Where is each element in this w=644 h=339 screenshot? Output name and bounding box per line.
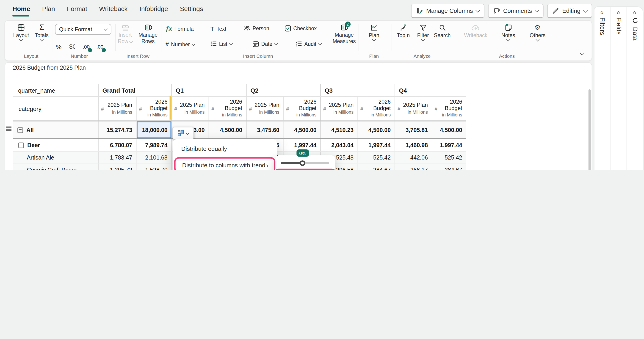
category-field-label[interactable]: category bbox=[12, 97, 98, 120]
totals-button[interactable]: Σ Totals bbox=[29, 24, 54, 41]
value-cell[interactable]: 384.67 bbox=[432, 164, 466, 170]
quarter-header-grand-total[interactable]: Grand Total bbox=[98, 84, 171, 96]
measure-header[interactable]: #2025 Planin Millions bbox=[320, 97, 357, 120]
value-cell[interactable]: 1,783.47 bbox=[98, 152, 136, 164]
measure-header[interactable]: #2025 Planin Millions bbox=[98, 97, 136, 120]
value-cell[interactable]: 1,997.44 bbox=[357, 139, 394, 151]
value-cell[interactable]: 442.06 bbox=[394, 152, 432, 164]
collapse-panel-icon[interactable]: « bbox=[632, 11, 638, 14]
quarter-field-label[interactable]: quarter_name bbox=[12, 84, 98, 96]
menu-tab-infobridge[interactable]: Infobridge bbox=[140, 5, 168, 12]
value-cell[interactable]: 4,500.00 bbox=[432, 122, 466, 138]
measure-header[interactable]: #2025 Planin Millions bbox=[171, 97, 208, 120]
manage-rows-button[interactable]: Manage Rows bbox=[136, 24, 160, 44]
comments-button[interactable]: Comments bbox=[488, 4, 544, 18]
chevron-down-icon bbox=[421, 37, 425, 41]
measure-header[interactable]: #2025 Planin Millions bbox=[394, 97, 432, 120]
value-cell[interactable]: 4,510.23 bbox=[320, 122, 357, 138]
insert-number-column-button[interactable]: # Number bbox=[166, 41, 195, 48]
trend-slider-thumb[interactable] bbox=[300, 160, 305, 166]
side-panel-fields[interactable]: «Fields bbox=[610, 7, 626, 170]
value-cell[interactable]: 2,043.04 bbox=[320, 139, 357, 151]
value-cell[interactable]: 2,101.68 bbox=[136, 152, 171, 164]
value-cell[interactable]: 1,997.44 bbox=[432, 139, 466, 151]
menu-tab-settings[interactable]: Settings bbox=[180, 5, 203, 12]
value-cell[interactable]: 15,274.73 bbox=[98, 122, 136, 138]
menu-tab-home[interactable]: Home bbox=[12, 5, 30, 12]
measure-header[interactable]: #2026 Budgetin Millions bbox=[208, 97, 246, 120]
menu-tab-writeback[interactable]: Writeback bbox=[99, 5, 128, 12]
editing-mode-button[interactable]: Editing bbox=[547, 4, 592, 18]
insert-person-column-button[interactable]: Person bbox=[243, 25, 269, 31]
menu-item-distribute-equally[interactable]: Distribute equally bbox=[173, 141, 277, 157]
value-cell[interactable]: 525.42 bbox=[432, 152, 466, 164]
trend-slider[interactable] bbox=[280, 162, 329, 164]
value-cell[interactable]: 525.42 bbox=[357, 152, 394, 164]
measure-header[interactable]: #2026 Budgetin Millions bbox=[283, 97, 320, 120]
quick-format-select[interactable]: Quick Format bbox=[55, 24, 112, 35]
value-cell[interactable]: 384.67 bbox=[357, 164, 394, 170]
insert-formula-column-button[interactable]: ƒx Formula bbox=[166, 25, 194, 32]
distribute-options-button[interactable] bbox=[172, 127, 194, 139]
row-header-all[interactable]: All bbox=[12, 122, 98, 138]
measure-header[interactable]: #2025 Planin Millions bbox=[246, 97, 283, 120]
percent-format-icon[interactable]: % bbox=[53, 42, 64, 52]
quarter-header-q3[interactable]: Q3 bbox=[320, 84, 394, 96]
insert-row-button[interactable]: Insert Row bbox=[113, 24, 137, 44]
value-cell[interactable]: 18,000.00 bbox=[136, 122, 171, 138]
value-cell[interactable]: 4,500.00 bbox=[283, 122, 320, 138]
collapse-row-icon[interactable] bbox=[18, 142, 24, 148]
measure-label: 2026 Budgetin Millions bbox=[436, 99, 462, 118]
row-drag-handle-icon[interactable] bbox=[6, 125, 12, 132]
plan-button[interactable]: Plan bbox=[361, 24, 387, 41]
increase-decimal-icon[interactable]: .00› bbox=[94, 42, 106, 52]
value-cell[interactable]: 3,705.81 bbox=[394, 122, 432, 138]
insert-date-column-button[interactable]: Date bbox=[252, 41, 278, 47]
collapse-panel-icon[interactable]: « bbox=[599, 11, 606, 14]
row-header-artisan-ale[interactable]: Artisan Ale bbox=[12, 152, 98, 164]
value-cell[interactable]: 1,538.70 bbox=[136, 164, 171, 170]
collapse-row-icon[interactable] bbox=[17, 127, 23, 133]
others-button[interactable]: ⚙ Others bbox=[525, 24, 550, 41]
refresh-icon[interactable] bbox=[632, 18, 638, 24]
value-cell[interactable]: 4,500.00 bbox=[208, 122, 246, 138]
row-header-cosmic-craft-brews[interactable]: Cosmic Craft Brews bbox=[12, 164, 98, 170]
manage-columns-button[interactable]: Manage Columns bbox=[411, 4, 484, 18]
panel-label: Fields bbox=[615, 18, 622, 35]
quarter-header-q1[interactable]: Q1 bbox=[171, 84, 246, 96]
insert-text-column-button[interactable]: T Text bbox=[210, 25, 226, 32]
search-button[interactable]: Search bbox=[430, 24, 455, 38]
side-panel-data[interactable]: «Data bbox=[626, 7, 643, 170]
side-panel-filters[interactable]: «Filters bbox=[594, 7, 610, 170]
chevron-down-icon bbox=[186, 131, 189, 134]
manage-measures-button[interactable]: 2 Manage Measures bbox=[331, 24, 357, 44]
decrease-decimal-icon[interactable]: .00‹ bbox=[81, 42, 92, 52]
value-cell[interactable]: 1,460.98 bbox=[394, 139, 432, 151]
collapse-panel-icon[interactable]: « bbox=[615, 11, 622, 14]
vertical-scrollbar[interactable] bbox=[588, 90, 591, 170]
insert-checkbox-column-button[interactable]: Checkbox bbox=[284, 25, 316, 32]
value-cell[interactable]: 1,305.73 bbox=[98, 164, 136, 170]
quarter-header-q4[interactable]: Q4 bbox=[394, 84, 466, 96]
collapse-ribbon-chevron[interactable] bbox=[580, 51, 584, 55]
measure-header[interactable]: #2026 Budgetin Millions bbox=[432, 97, 466, 120]
quarter-header-q2[interactable]: Q2 bbox=[246, 84, 320, 96]
notes-button[interactable]: Notes bbox=[496, 24, 521, 41]
value-cell[interactable]: 6,780.07 bbox=[98, 139, 136, 151]
menu-item-distribute-to-columns-with-trend[interactable]: Distribute to columns with trend› bbox=[174, 157, 275, 170]
value-cell[interactable]: 7,989.74 bbox=[136, 139, 171, 151]
measure-header[interactable]: #2026 Budgetin Millions bbox=[136, 97, 171, 120]
value-cell[interactable]: 4,500.00 bbox=[357, 122, 394, 138]
menu-tab-plan[interactable]: Plan bbox=[42, 5, 55, 12]
measure-label: 2025 Planin Millions bbox=[108, 102, 132, 115]
currency-format-icon[interactable]: $€ bbox=[67, 42, 78, 52]
writeback-button[interactable]: Writeback bbox=[463, 24, 488, 38]
measure-header[interactable]: #2026 Budgetin Millions bbox=[357, 97, 394, 120]
menu-tab-format[interactable]: Format bbox=[67, 5, 87, 12]
insert-list-column-button[interactable]: List bbox=[210, 41, 232, 47]
value-cell[interactable]: 3,475.60 bbox=[246, 122, 283, 138]
value-cell[interactable]: 266.27 bbox=[394, 164, 432, 170]
row-header-beer[interactable]: Beer bbox=[12, 139, 98, 151]
insert-audit-column-button[interactable]: Audit bbox=[296, 41, 321, 47]
editing-label: Editing bbox=[562, 7, 580, 14]
